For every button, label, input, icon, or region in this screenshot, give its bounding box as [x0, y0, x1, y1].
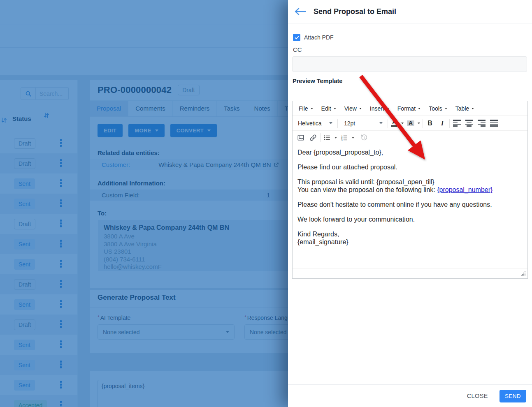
cc-label: CC	[293, 46, 302, 53]
align-center-icon[interactable]	[463, 118, 475, 129]
align-justify-icon[interactable]	[488, 118, 500, 129]
svg-text:3: 3	[341, 139, 342, 141]
insert-image-icon[interactable]	[295, 132, 307, 143]
resize-grip-icon[interactable]	[521, 271, 526, 278]
caret-down-icon	[445, 108, 447, 109]
restore-draft-icon	[358, 132, 370, 143]
editor-menu-table[interactable]: Table	[451, 105, 478, 112]
editor-menu-insert[interactable]: Insert	[366, 105, 393, 112]
panel-header: Send Proposal to Email	[288, 0, 532, 23]
editor-toolbar-insert: 123	[293, 131, 527, 144]
caret-down-icon	[311, 108, 313, 109]
align-left-icon[interactable]	[451, 118, 463, 129]
attach-pdf-option[interactable]: Attach PDF	[293, 34, 334, 41]
editor-paragraph: Dear {proposal_proposal_to},	[297, 148, 523, 156]
text-color-button[interactable]: A	[389, 118, 400, 129]
editor-paragraph: Please find our attached proposal.	[297, 163, 523, 171]
panel-footer: CLOSE SEND	[288, 384, 532, 407]
editor-menu-tools[interactable]: Tools	[425, 105, 451, 112]
editor-menubar: FileEditViewInsertFormatToolsTable	[293, 101, 527, 116]
caret-down-icon	[359, 108, 362, 109]
editor-paragraph: We look forward to your communication.	[297, 215, 523, 223]
attach-pdf-checkbox[interactable]	[293, 34, 300, 41]
bold-button[interactable]: B	[424, 118, 436, 129]
numbered-list-icon[interactable]: 123	[339, 132, 350, 143]
editor-menu-view[interactable]: View	[340, 105, 366, 112]
insert-link-icon[interactable]	[307, 132, 319, 143]
editor-statusbar	[293, 268, 527, 279]
cc-input[interactable]	[292, 56, 527, 72]
bullet-list-icon[interactable]	[321, 132, 333, 143]
caret-down-icon	[418, 108, 420, 109]
editor-menu-format[interactable]: Format	[393, 105, 425, 112]
caret-down-icon	[472, 108, 474, 109]
email-body-editor: FileEditViewInsertFormatToolsTable Helve…	[292, 101, 528, 279]
align-right-icon[interactable]	[475, 118, 488, 129]
background-color-button[interactable]: A	[405, 118, 416, 129]
editor-menu-file[interactable]: File	[295, 105, 317, 112]
editor-paragraph: This proposal is valid until: {proposal_…	[297, 178, 523, 194]
editor-merge-field-link[interactable]: {proposal_number}	[437, 186, 493, 193]
background-color-caret[interactable]	[416, 118, 422, 129]
caret-down-icon	[329, 122, 332, 124]
send-proposal-panel: Send Proposal to Email Attach PDF CC Pre…	[288, 0, 532, 407]
font-size-select[interactable]: 12pt	[339, 120, 387, 127]
font-family-select[interactable]: Helvetica	[293, 120, 337, 127]
editor-paragraph: Kind Regards,{email_signature}	[297, 230, 523, 246]
bullet-list-caret[interactable]	[333, 132, 339, 143]
text-color-caret[interactable]	[400, 118, 405, 129]
editor-paragraph: Please don't hesitate to comment online …	[297, 201, 523, 208]
editor-menu-edit[interactable]: Edit	[317, 105, 340, 112]
editor-toolbar-format: Helvetica 12pt A A B I	[293, 116, 527, 131]
attach-pdf-label: Attach PDF	[304, 34, 334, 41]
italic-button[interactable]: I	[436, 118, 448, 129]
preview-template-label: Preview Template	[293, 78, 342, 84]
check-icon	[294, 35, 300, 40]
close-button[interactable]: CLOSE	[465, 392, 490, 400]
back-arrow-icon[interactable]	[294, 6, 307, 17]
panel-title: Send Proposal to Email	[314, 7, 396, 16]
caret-down-icon	[387, 108, 389, 109]
numbered-list-caret[interactable]	[350, 132, 356, 143]
editor-content[interactable]: Dear {proposal_proposal_to},Please find …	[293, 144, 527, 268]
send-button[interactable]: SEND	[499, 390, 526, 402]
caret-down-icon	[334, 108, 336, 109]
caret-down-icon	[379, 122, 383, 124]
